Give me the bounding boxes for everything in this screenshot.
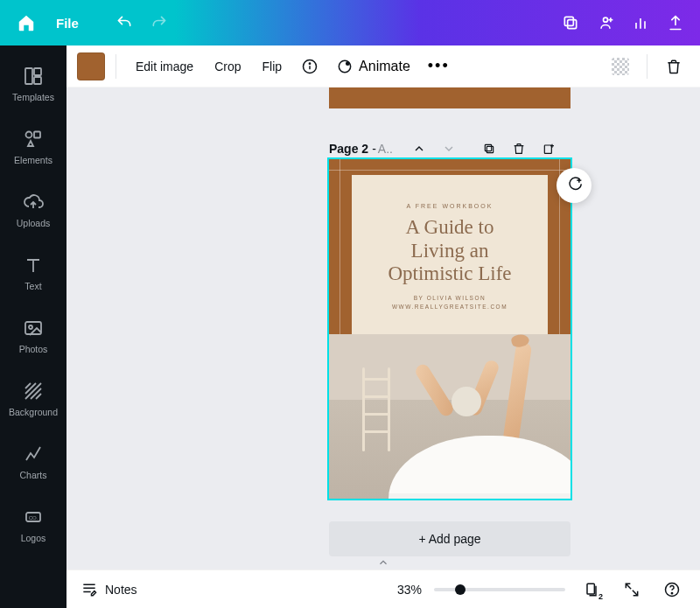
sidebar-item-elements[interactable]: Elements bbox=[0, 115, 66, 178]
page-title-label[interactable]: A.. bbox=[378, 142, 393, 156]
sidebar-label: Logos bbox=[21, 533, 46, 543]
sidebar-label: Background bbox=[9, 407, 58, 417]
page-count: 2 bbox=[598, 592, 603, 601]
sidebar-item-uploads[interactable]: Uploads bbox=[0, 178, 66, 241]
flip-button[interactable]: Flip bbox=[254, 52, 291, 80]
color-swatch[interactable] bbox=[77, 52, 105, 80]
help-button[interactable] bbox=[658, 576, 686, 604]
info-icon[interactable] bbox=[294, 51, 326, 82]
fullscreen-button[interactable] bbox=[618, 576, 646, 604]
sidebar-item-photos[interactable]: Photos bbox=[0, 304, 66, 367]
sidebar-item-charts[interactable]: Charts bbox=[0, 430, 66, 493]
zoom-slider[interactable] bbox=[434, 588, 565, 591]
ladder-prop bbox=[359, 367, 394, 451]
file-menu[interactable]: File bbox=[46, 9, 89, 38]
divider bbox=[647, 54, 648, 79]
transparency-icon[interactable] bbox=[605, 51, 636, 82]
bottom-bar: Notes 33% 2 bbox=[66, 570, 700, 608]
svg-point-11 bbox=[26, 132, 32, 138]
insights-icon[interactable] bbox=[623, 5, 658, 40]
svg-point-2 bbox=[604, 17, 608, 22]
animate-label: Animate bbox=[359, 59, 410, 74]
sidebar-label: Uploads bbox=[17, 218, 51, 228]
canvas-area[interactable]: Page 2 - A.. A FREE WORKBOOK A Guide to … bbox=[66, 87, 700, 570]
page-sep: - bbox=[372, 142, 376, 156]
notes-label: Notes bbox=[105, 583, 137, 597]
animate-button[interactable]: Animate bbox=[329, 58, 417, 75]
cover-photo[interactable] bbox=[329, 334, 570, 499]
add-page-button[interactable]: + Add page bbox=[329, 521, 570, 556]
left-sidebar: Templates Elements Uploads Text Photos B… bbox=[0, 45, 66, 608]
title-text: A Guide to Living an Optimistic Life bbox=[388, 216, 511, 285]
home-button[interactable] bbox=[7, 5, 46, 40]
more-options-button[interactable]: ••• bbox=[421, 57, 457, 75]
svg-rect-1 bbox=[564, 17, 573, 25]
expand-pages-button[interactable] bbox=[357, 556, 410, 570]
divider bbox=[116, 54, 116, 79]
svg-rect-9 bbox=[34, 68, 41, 75]
notes-button[interactable]: Notes bbox=[80, 581, 137, 598]
share-people-icon[interactable] bbox=[588, 5, 623, 40]
sidebar-label: Charts bbox=[20, 470, 47, 480]
app-header: File bbox=[0, 0, 700, 45]
svg-point-19 bbox=[309, 63, 310, 64]
svg-rect-8 bbox=[25, 68, 32, 84]
copy-icon[interactable] bbox=[553, 5, 588, 40]
edit-image-button[interactable]: Edit image bbox=[127, 52, 202, 80]
svg-rect-32 bbox=[587, 584, 594, 594]
sidebar-item-background[interactable]: Background bbox=[0, 367, 66, 430]
sidebar-label: Templates bbox=[12, 92, 54, 102]
delete-icon[interactable] bbox=[658, 51, 690, 82]
svg-rect-12 bbox=[34, 132, 40, 138]
page-1-preview[interactable] bbox=[329, 87, 570, 108]
context-toolbar: Edit image Crop Flip Animate ••• bbox=[66, 45, 700, 87]
redo-button[interactable] bbox=[142, 5, 177, 40]
sidebar-item-templates[interactable]: Templates bbox=[0, 52, 66, 115]
svg-rect-26 bbox=[485, 144, 491, 150]
zoom-thumb[interactable] bbox=[455, 584, 466, 595]
person-illustration bbox=[413, 353, 527, 450]
crop-button[interactable]: Crop bbox=[206, 52, 249, 80]
sidebar-label: Photos bbox=[19, 344, 48, 354]
sidebar-item-text[interactable]: Text bbox=[0, 241, 66, 304]
sidebar-item-logos[interactable]: CO. Logos bbox=[0, 493, 66, 556]
svg-rect-24 bbox=[612, 58, 629, 75]
svg-rect-0 bbox=[568, 20, 577, 29]
page-manager-button[interactable]: 2 bbox=[578, 576, 606, 604]
undo-button[interactable] bbox=[107, 5, 142, 40]
margin-guide bbox=[329, 170, 570, 171]
svg-point-21 bbox=[346, 62, 349, 65]
sidebar-label: Elements bbox=[14, 155, 52, 165]
svg-point-34 bbox=[671, 592, 672, 593]
magic-suggest-button[interactable] bbox=[556, 168, 592, 203]
publish-icon[interactable] bbox=[658, 5, 693, 40]
svg-rect-10 bbox=[34, 77, 41, 84]
page-2-canvas[interactable]: A FREE WORKBOOK A Guide to Living an Opt… bbox=[329, 159, 570, 499]
byline-text: BY OLIVIA WILSON WWW.REALLYGREATSITE.COM bbox=[392, 294, 508, 311]
svg-rect-25 bbox=[486, 146, 493, 152]
sidebar-label: Text bbox=[24, 281, 41, 291]
title-card[interactable]: A FREE WORKBOOK A Guide to Living an Opt… bbox=[352, 175, 548, 339]
svg-text:CO.: CO. bbox=[29, 515, 38, 521]
svg-rect-27 bbox=[544, 145, 551, 153]
zoom-percent[interactable]: 33% bbox=[397, 583, 422, 597]
svg-point-14 bbox=[29, 325, 32, 329]
eyebrow-text: A FREE WORKBOOK bbox=[407, 203, 494, 209]
page-number-label: Page 2 bbox=[329, 142, 368, 156]
